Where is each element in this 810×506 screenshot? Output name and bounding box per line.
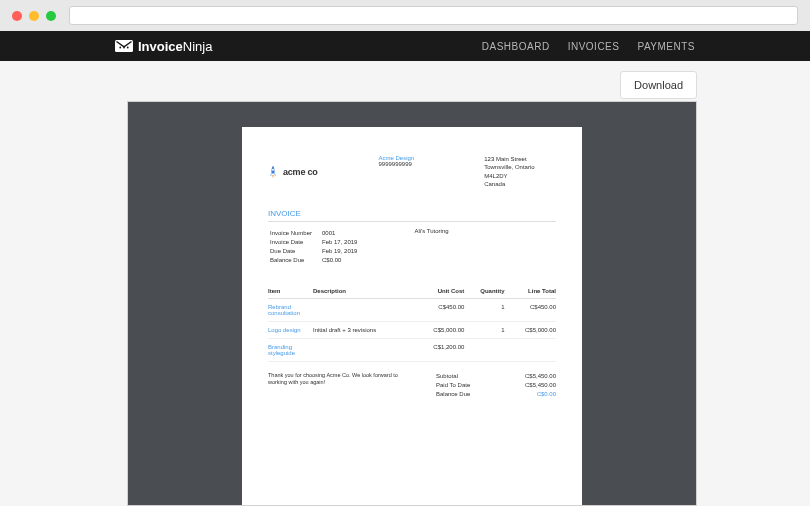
item-desc [313,298,413,321]
value: C$5,450.00 [525,373,556,379]
balance-row: Balance Due C$0.00 [436,390,556,399]
meta-label: Invoice Date [270,239,320,246]
url-bar[interactable] [69,6,798,25]
address-line1: 123 Main Street [484,155,556,163]
value: C$5,450.00 [525,382,556,388]
item-total: C$450.00 [505,298,556,321]
item-qty: 1 [464,321,504,338]
item-name: Logo design [268,321,313,338]
address-country: Canada [484,180,556,188]
thank-you-note: Thank you for choosing Acme Co. We look … [268,372,411,399]
table-row: Rebrand consultation C$450.00 1 C$450.00 [268,298,556,321]
item-total [505,338,556,361]
col-description: Description [313,284,413,299]
brand-text: InvoiceNinja [138,39,212,54]
client-phone: 9999999999 [378,161,464,167]
subtotal-row: Subtotal C$5,450.00 [436,372,556,381]
from-name: Ali's Tutoring [414,228,448,266]
item-qty [464,338,504,361]
totals-block: Subtotal C$5,450.00 Paid To Date C$5,450… [436,372,556,399]
meta-value: C$0.00 [322,257,357,264]
browser-chrome [0,0,810,31]
address-block: 123 Main Street Townsville, Ontario M4L2… [484,155,556,189]
col-item: Item [268,284,313,299]
company-logo-block: acme co [268,155,358,189]
svg-point-1 [119,47,121,49]
invoice-meta: Invoice Number0001 Invoice DateFeb 17, 2… [268,228,359,266]
nav-dashboard[interactable]: DASHBOARD [482,41,550,52]
top-nav: InvoiceNinja DASHBOARD INVOICES PAYMENTS [0,31,810,61]
window-maximize-icon[interactable] [46,11,56,21]
window-close-icon[interactable] [12,11,22,21]
item-unit-cost: C$1,200.00 [413,338,464,361]
rocket-icon [268,165,278,179]
download-button[interactable]: Download [620,71,697,99]
meta-value: Feb 17, 2019 [322,239,357,246]
invoice-title: INVOICE [268,209,556,222]
company-name: acme co [283,167,318,177]
paid-row: Paid To Date C$5,450.00 [436,381,556,390]
item-total: C$5,000.00 [505,321,556,338]
value: C$0.00 [537,391,556,397]
item-unit-cost: C$5,000.00 [413,321,464,338]
item-desc: Initial draft + 3 revisions [313,321,413,338]
item-name: Branding styleguide [268,338,313,361]
table-row: Logo design Initial draft + 3 revisions … [268,321,556,338]
label: Balance Due [436,391,470,397]
address-line2: Townsville, Ontario M4L2DY [484,163,556,180]
line-items-table: Item Description Unit Cost Quantity Line… [268,284,556,362]
item-qty: 1 [464,298,504,321]
nav-invoices[interactable]: INVOICES [568,41,620,52]
col-unit-cost: Unit Cost [413,284,464,299]
meta-label: Due Date [270,248,320,255]
window-minimize-icon[interactable] [29,11,39,21]
nav-payments[interactable]: PAYMENTS [637,41,695,52]
client-block: Acme Design 9999999999 [378,155,464,189]
pdf-viewer[interactable]: acme co Acme Design 9999999999 123 Main … [127,101,697,506]
label: Paid To Date [436,382,470,388]
item-unit-cost: C$450.00 [413,298,464,321]
meta-label: Balance Due [270,257,320,264]
meta-value: 0001 [322,230,357,237]
svg-point-3 [127,47,129,49]
envelope-icon [115,40,133,52]
label: Subtotal [436,373,458,379]
col-quantity: Quantity [464,284,504,299]
invoice-page: acme co Acme Design 9999999999 123 Main … [242,127,582,506]
item-name: Rebrand consultation [268,298,313,321]
item-desc [313,338,413,361]
meta-label: Invoice Number [270,230,320,237]
meta-value: Feb 19, 2019 [322,248,357,255]
svg-point-4 [272,168,274,170]
brand-logo[interactable]: InvoiceNinja [115,39,212,54]
content-area: Download acme co Acme Design 99999999 [0,61,810,506]
table-row: Branding styleguide C$1,200.00 [268,338,556,361]
svg-point-2 [123,47,125,49]
col-line-total: Line Total [505,284,556,299]
nav-links: DASHBOARD INVOICES PAYMENTS [482,41,695,52]
